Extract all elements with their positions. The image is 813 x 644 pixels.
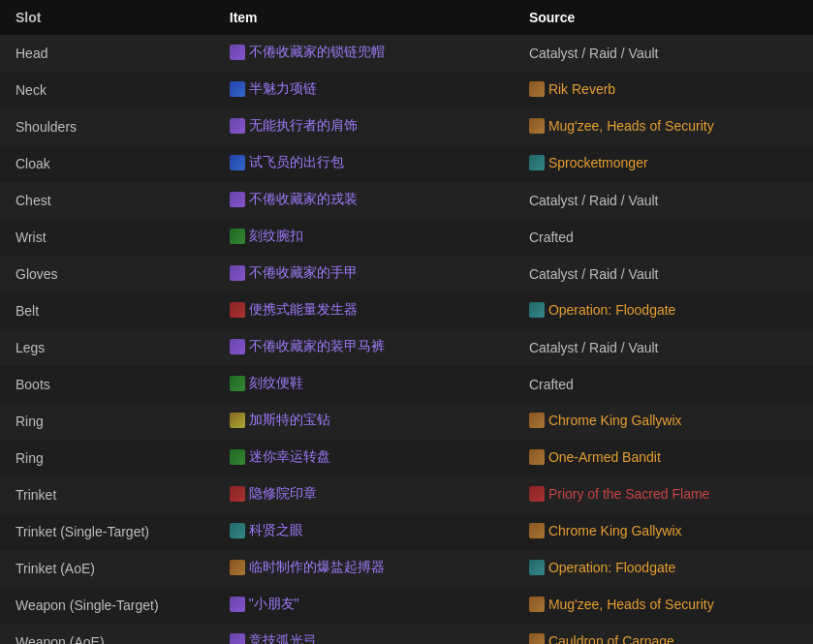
column-slot: Slot: [0, 0, 214, 35]
table-row: Weapon (AoE)竞技弧光弓Cauldron of Carnage: [0, 624, 813, 644]
source-icon: [529, 413, 545, 428]
source-cell[interactable]: One-Armed Bandit: [514, 440, 813, 476]
source-link[interactable]: Priory of the Sacred Flame: [529, 486, 710, 502]
table-row: Trinket (AoE)临时制作的爆盐起搏器Operation: Floodg…: [0, 550, 813, 587]
source-cell[interactable]: Operation: Floodgate: [514, 292, 813, 329]
source-icon: [529, 81, 545, 97]
slot-cell: Trinket (Single-Target): [0, 513, 214, 550]
source-cell[interactable]: Chrome King Gallywix: [514, 403, 813, 440]
table-row: Trinket隐修院印章Priory of the Sacred Flame: [0, 476, 813, 513]
source-cell[interactable]: Mug'zee, Heads of Security: [514, 108, 813, 145]
source-cell: Crafted: [514, 219, 813, 256]
item-link[interactable]: 不倦收藏家的戎装: [230, 191, 358, 208]
source-cell[interactable]: Rik Reverb: [514, 72, 813, 108]
item-cell[interactable]: 不倦收藏家的锁链兜帽: [214, 35, 514, 72]
table-row: Legs不倦收藏家的装甲马裤Catalyst / Raid / Vault: [0, 329, 813, 366]
item-name: 隐修院印章: [249, 485, 317, 503]
item-cell[interactable]: 竞技弧光弓: [214, 624, 514, 644]
item-link[interactable]: 隐修院印章: [230, 485, 317, 503]
item-name: 不倦收藏家的戎装: [249, 191, 358, 208]
item-name: 不倦收藏家的锁链兜帽: [249, 44, 385, 61]
item-icon: [230, 376, 245, 391]
item-icon: [230, 192, 245, 207]
item-cell[interactable]: 加斯特的宝钻: [214, 403, 514, 440]
item-icon: [230, 339, 245, 354]
slot-cell: Head: [0, 35, 214, 72]
item-cell[interactable]: 隐修院印章: [214, 476, 514, 513]
source-link[interactable]: Operation: Floodgate: [529, 302, 676, 318]
source-cell[interactable]: Cauldron of Carnage: [514, 624, 813, 644]
slot-cell: Weapon (Single-Target): [0, 587, 214, 624]
source-link[interactable]: Mug'zee, Heads of Security: [529, 118, 714, 134]
source-link[interactable]: Chrome King Gallywix: [529, 523, 682, 538]
source-name: Cauldron of Carnage: [548, 633, 674, 645]
item-cell[interactable]: 刻纹便鞋: [214, 366, 514, 403]
source-link[interactable]: Operation: Floodgate: [529, 560, 676, 575]
item-link[interactable]: "小朋友": [230, 596, 299, 613]
table-row: Ring加斯特的宝钻Chrome King Gallywix: [0, 403, 813, 440]
item-link[interactable]: 不倦收藏家的锁链兜帽: [230, 44, 385, 61]
item-name: 竞技弧光弓: [249, 632, 317, 644]
source-link[interactable]: Cauldron of Carnage: [529, 633, 674, 645]
source-cell[interactable]: Mug'zee, Heads of Security: [514, 587, 813, 624]
item-link[interactable]: 竞技弧光弓: [230, 632, 317, 644]
slot-cell: Neck: [0, 72, 214, 108]
item-cell[interactable]: 迷你幸运转盘: [214, 440, 514, 476]
item-icon: [230, 45, 245, 60]
table-row: Shoulders无能执行者的肩饰Mug'zee, Heads of Secur…: [0, 108, 813, 145]
source-cell: Catalyst / Raid / Vault: [514, 329, 813, 366]
item-link[interactable]: 刻纹便鞋: [230, 375, 303, 392]
slot-cell: Chest: [0, 182, 214, 219]
item-icon: [230, 560, 245, 575]
item-icon: [230, 302, 245, 318]
table-row: Head不倦收藏家的锁链兜帽Catalyst / Raid / Vault: [0, 35, 813, 72]
item-link[interactable]: 科贤之眼: [230, 522, 303, 539]
item-cell[interactable]: 无能执行者的肩饰: [214, 108, 514, 145]
item-link[interactable]: 试飞员的出行包: [230, 154, 344, 171]
item-cell[interactable]: 不倦收藏家的戎装: [214, 182, 514, 219]
table-row: Neck半魅力项链Rik Reverb: [0, 72, 813, 108]
item-cell[interactable]: 不倦收藏家的手甲: [214, 256, 514, 292]
item-link[interactable]: 不倦收藏家的装甲马裤: [230, 338, 385, 355]
source-name: Crafted: [529, 377, 574, 392]
item-link[interactable]: 加斯特的宝钻: [230, 412, 330, 429]
table-row: Chest不倦收藏家的戎装Catalyst / Raid / Vault: [0, 182, 813, 219]
source-link[interactable]: Mug'zee, Heads of Security: [529, 597, 714, 612]
item-cell[interactable]: 半魅力项链: [214, 72, 514, 108]
item-cell[interactable]: 不倦收藏家的装甲马裤: [214, 329, 514, 366]
item-link[interactable]: 半魅力项链: [230, 80, 317, 98]
item-link[interactable]: 刻纹腕扣: [230, 228, 303, 245]
source-cell: Crafted: [514, 366, 813, 403]
item-link[interactable]: 临时制作的爆盐起搏器: [230, 559, 385, 576]
item-cell[interactable]: 便携式能量发生器: [214, 292, 514, 329]
source-name: Operation: Floodgate: [548, 302, 676, 318]
source-link[interactable]: Sprocketmonger: [529, 155, 648, 170]
source-name: Chrome King Gallywix: [548, 523, 682, 538]
item-cell[interactable]: "小朋友": [214, 587, 514, 624]
item-cell[interactable]: 刻纹腕扣: [214, 219, 514, 256]
source-name: Catalyst / Raid / Vault: [529, 46, 659, 61]
source-link[interactable]: Rik Reverb: [529, 81, 615, 97]
item-name: 试飞员的出行包: [249, 154, 344, 171]
item-cell[interactable]: 试飞员的出行包: [214, 145, 514, 182]
slot-cell: Boots: [0, 366, 214, 403]
source-cell[interactable]: Chrome King Gallywix: [514, 513, 813, 550]
item-link[interactable]: 便携式能量发生器: [230, 301, 358, 319]
item-cell[interactable]: 临时制作的爆盐起搏器: [214, 550, 514, 587]
source-cell[interactable]: Priory of the Sacred Flame: [514, 476, 813, 513]
source-name: Operation: Floodgate: [548, 560, 676, 575]
item-link[interactable]: 不倦收藏家的手甲: [230, 264, 358, 282]
item-cell[interactable]: 科贤之眼: [214, 513, 514, 550]
source-icon: [529, 449, 545, 465]
item-link[interactable]: 迷你幸运转盘: [230, 448, 330, 466]
source-cell[interactable]: Operation: Floodgate: [514, 550, 813, 587]
item-link[interactable]: 无能执行者的肩饰: [230, 117, 358, 135]
source-cell[interactable]: Sprocketmonger: [514, 145, 813, 182]
slot-cell: Cloak: [0, 145, 214, 182]
source-link[interactable]: Chrome King Gallywix: [529, 413, 682, 428]
source-name: Chrome King Gallywix: [548, 413, 682, 428]
item-icon: [230, 265, 245, 281]
source-link[interactable]: One-Armed Bandit: [529, 449, 661, 465]
item-name: 半魅力项链: [249, 80, 317, 98]
table-row: Weapon (Single-Target)"小朋友"Mug'zee, Head…: [0, 587, 813, 624]
